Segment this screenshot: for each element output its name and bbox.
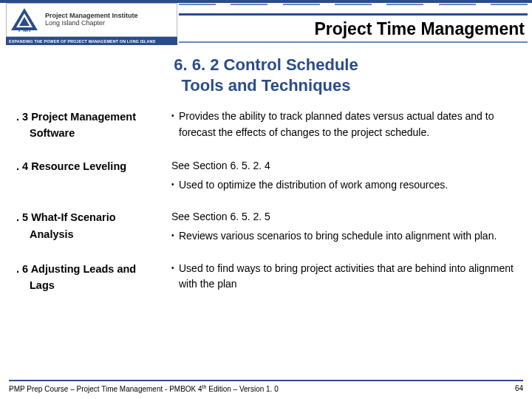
tool-row: . 5 What-If Scenario Analysis See Sectio… (16, 209, 514, 244)
bullet-item: • Used to optimize the distribution of w… (171, 177, 514, 194)
bullet-text: Provides the ability to track planned da… (179, 109, 514, 140)
tool-row: . 6 Adjusting Leads and Lags • Used to f… (16, 261, 514, 294)
see-reference: See Section 6. 5. 2. 4 (171, 158, 514, 174)
page-title: Project Time Management (179, 19, 528, 39)
tool-row: . 4 Resource Leveling See Section 6. 5. … (16, 158, 514, 193)
pmi-logo: PMI Project Management Institute Long Is… (6, 3, 177, 37)
tool-label: . 3 Project Management Software (16, 109, 171, 142)
tool-desc: See Section 6. 5. 2. 5 • Reviews various… (171, 209, 514, 244)
section-heading-line2: Tools and Techniques (0, 75, 532, 96)
tagline-bar: EXPANDING THE POWER OF PROJECT MANAGEMEN… (6, 37, 177, 45)
tool-label-l1: Resource Leveling (31, 160, 126, 172)
tool-label-l1: Adjusting Leads and (31, 263, 137, 275)
footer-left: PMP Prep Course – Project Time Managemen… (9, 384, 279, 393)
footer: PMP Prep Course – Project Time Managemen… (0, 380, 532, 393)
tool-label-l1: Project Management (31, 111, 136, 123)
pmi-abbrev: PMI (18, 27, 31, 33)
bullet-text: Used to optimize the distribution of wor… (179, 177, 514, 194)
tool-desc: • Used to find ways to bring project act… (171, 261, 514, 294)
header-dashes (179, 4, 528, 11)
see-reference: See Section 6. 5. 2. 5 (171, 209, 514, 225)
tool-label-l1: What-If Scenario (31, 211, 115, 223)
slide-page: PMI Project Management Institute Long Is… (0, 0, 532, 399)
tool-desc: • Provides the ability to track planned … (171, 109, 514, 142)
footer-text-a: PMP Prep Course – Project Time Managemen… (9, 385, 202, 393)
tool-num: . 3 (16, 111, 28, 123)
pmi-logo-text: Project Management Institute Long Island… (45, 13, 138, 27)
tool-num: . 5 (16, 211, 28, 223)
tool-num: . 4 (16, 160, 28, 172)
pmi-logo-icon: PMI (10, 5, 39, 35)
content-area: . 3 Project Management Software • Provid… (0, 109, 532, 294)
bullet-item: • Reviews various scenarios to bring sch… (171, 228, 514, 245)
header: PMI Project Management Institute Long Is… (0, 0, 532, 44)
header-rule (179, 13, 528, 16)
tool-row: . 3 Project Management Software • Provid… (16, 109, 514, 142)
bullet-item: • Provides the ability to track planned … (171, 109, 514, 140)
section-heading-line1: 6. 6. 2 Control Schedule (0, 55, 532, 75)
bullet-dot-icon: • (171, 228, 179, 245)
tool-label-l2: Software (16, 125, 171, 141)
bullet-dot-icon: • (171, 109, 179, 140)
bullet-item: • Used to find ways to bring project act… (171, 261, 514, 293)
tool-label: . 6 Adjusting Leads and Lags (16, 261, 171, 294)
tool-desc: See Section 6. 5. 2. 4 • Used to optimiz… (171, 158, 514, 193)
tool-num: . 6 (16, 263, 28, 275)
tool-label-l2: Lags (16, 277, 171, 293)
bullet-text: Reviews various scenarios to bring sched… (179, 228, 514, 245)
header-sub-rule (179, 41, 528, 43)
bullet-text: Used to find ways to bring project activ… (179, 261, 514, 293)
footer-row: PMP Prep Course – Project Time Managemen… (9, 384, 523, 393)
org-name-line2: Long Island Chapter (45, 20, 138, 27)
tool-label: . 4 Resource Leveling (16, 158, 171, 193)
section-heading: 6. 6. 2 Control Schedule Tools and Techn… (0, 55, 532, 95)
tool-label: . 5 What-If Scenario Analysis (16, 209, 171, 244)
bullet-dot-icon: • (171, 261, 179, 293)
footer-text-b: Edition – Version 1. 0 (206, 385, 278, 393)
bullet-dot-icon: • (171, 177, 179, 194)
tool-label-l2: Analysis (16, 226, 171, 242)
page-number: 64 (515, 384, 523, 393)
footer-rule (9, 380, 523, 381)
